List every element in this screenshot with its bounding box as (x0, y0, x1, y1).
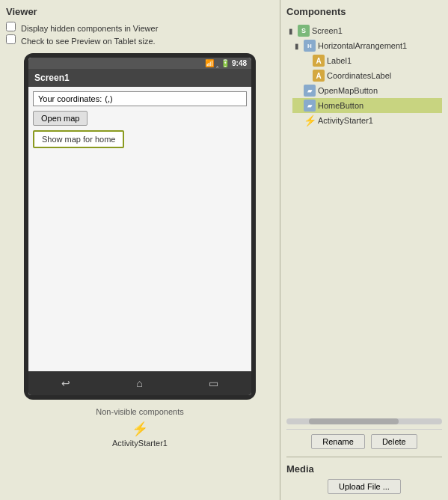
non-visible-title: Non-visible components (6, 407, 274, 416)
expand-horiz1-icon: ▮ (292, 42, 301, 50)
rename-button[interactable]: Rename (311, 434, 365, 449)
tree-item-coordlabel[interactable]: A CoordinatesLabel (301, 68, 442, 83)
tree-item-screen1[interactable]: ▮ S Screen1 (286, 23, 442, 38)
hidden-components-option[interactable]: Display hidden components in Viewer (6, 22, 274, 33)
media-section: Media Upload File ... (286, 457, 442, 494)
viewer-options: Display hidden components in Viewer Chec… (6, 22, 274, 47)
components-panel: Components ▮ S Screen1 ▮ H HorizontalArr… (280, 0, 448, 500)
home-nav-icon: ⌂ (136, 377, 142, 389)
activity-starter-component[interactable]: ⚡ ActivityStarter1 (6, 421, 274, 448)
tablet-preview-label: Check to see Preview on Tablet size. (21, 37, 156, 46)
delete-button[interactable]: Delete (371, 434, 417, 449)
coordlabel-label: CoordinatesLabel (327, 71, 391, 80)
phone-mockup: 📶 ‸ 🔋 9:48 Screen1 Your coordinates: (,)… (24, 53, 256, 400)
homebtn-icon: ▰ (304, 100, 316, 112)
coord-box: Your coordinates: (,) (33, 91, 247, 106)
phone-nav-bar: ↩ ⌂ ▭ (28, 371, 251, 395)
activity-starter-lightning-icon: ⚡ (132, 421, 148, 437)
phone-content: Your coordinates: (,) Open map Show map … (28, 87, 251, 371)
signal-icon: ‸ (216, 59, 218, 67)
tree-item-horiz1[interactable]: ▮ H HorizontalArrangement1 (292, 38, 442, 53)
coordlabel-icon: A (313, 70, 325, 82)
status-icons: 📶 ‸ 🔋 9:48 (205, 59, 247, 67)
wifi-icon: 📶 (205, 59, 214, 67)
horiz1-icon: H (304, 40, 316, 52)
phone-screen-title: Screen1 (34, 73, 70, 83)
show-map-button-preview[interactable]: Show map for home (33, 130, 124, 148)
components-title: Components (286, 6, 442, 17)
label1-label: Label1 (327, 56, 352, 65)
tree-item-openmapbtn[interactable]: ▰ OpenMapButton (292, 83, 442, 98)
screen1-label: Screen1 (312, 26, 343, 35)
tree-item-homebtn[interactable]: ▰ HomeButton (292, 98, 442, 113)
activitystarter-icon: ⚡ (304, 115, 316, 126)
coord-label: Your coordinates: (38, 94, 102, 103)
homebtn-label: HomeButton (318, 101, 363, 110)
tablet-preview-option[interactable]: Check to see Preview on Tablet size. (6, 34, 274, 46)
upload-file-button[interactable]: Upload File ... (328, 479, 401, 494)
status-time: 9:48 (232, 59, 247, 67)
back-nav-icon: ↩ (61, 377, 70, 389)
tree-item-label1[interactable]: A Label1 (301, 53, 442, 68)
viewer-panel: Viewer Display hidden components in View… (0, 0, 280, 500)
non-visible-section: Non-visible components ⚡ ActivityStarter… (6, 407, 274, 448)
tree-item-activitystarter[interactable]: ⚡ ActivityStarter1 (292, 113, 442, 128)
phone-screen: 📶 ‸ 🔋 9:48 Screen1 Your coordinates: (,)… (28, 58, 251, 395)
battery-icon: 🔋 (221, 59, 230, 67)
scrollbar-thumb (309, 418, 399, 424)
media-title: Media (286, 463, 442, 475)
openmapbtn-icon: ▰ (304, 85, 316, 97)
component-tree: ▮ S Screen1 ▮ H HorizontalArrangement1 A… (286, 23, 442, 414)
action-buttons: Rename Delete (286, 429, 442, 454)
activitystarter-label: ActivityStarter1 (318, 116, 373, 125)
label1-icon: A (313, 55, 325, 67)
horiz1-label: HorizontalArrangement1 (318, 41, 407, 50)
component-tree-scrollbar[interactable] (286, 418, 442, 424)
coord-value: (,) (105, 94, 112, 103)
screen1-icon: S (298, 25, 310, 37)
recent-nav-icon: ▭ (209, 377, 218, 389)
open-map-button-preview[interactable]: Open map (33, 111, 88, 126)
phone-title-bar: Screen1 (28, 69, 251, 87)
activity-starter-name: ActivityStarter1 (112, 439, 168, 448)
hidden-components-checkbox[interactable] (6, 22, 16, 31)
hidden-components-label: Display hidden components in Viewer (21, 24, 158, 33)
tablet-preview-checkbox[interactable] (6, 34, 16, 44)
phone-status-bar: 📶 ‸ 🔋 9:48 (28, 58, 251, 69)
viewer-title: Viewer (6, 6, 274, 17)
expand-screen1-icon: ▮ (286, 27, 295, 35)
openmapbtn-label: OpenMapButton (318, 86, 378, 95)
